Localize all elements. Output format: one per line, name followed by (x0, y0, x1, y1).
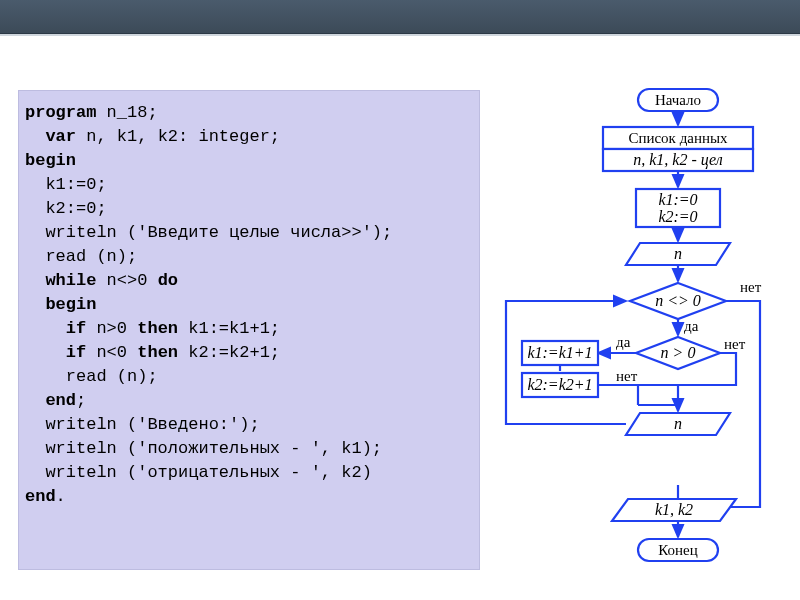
vars-label: n, k1, k2 - цел (633, 151, 723, 169)
kw-begin2: begin (25, 295, 96, 314)
kw-var: var (25, 127, 76, 146)
code-text: writeln ('Введено:'); (25, 415, 260, 434)
output-label: k1, k2 (655, 501, 693, 518)
code-text: writeln ('Введите целые числа>>'); (25, 223, 392, 242)
code-text: k1:=0; (25, 175, 107, 194)
code-block: program n_18; var n, k1, k2: integer; be… (18, 90, 480, 570)
code-text: k2:=0; (25, 199, 107, 218)
init1-label: k1:=0 (658, 191, 697, 208)
input2-label: n (674, 415, 682, 432)
input1-label: n (674, 245, 682, 262)
code-text: n>0 (86, 319, 137, 338)
code-text: read (n); (25, 247, 137, 266)
start-label: Начало (655, 92, 701, 108)
code-text: writeln ('положительных - ', k1); (25, 439, 382, 458)
code-text: read (n); (25, 367, 158, 386)
kw-then2: then (137, 343, 178, 362)
assign2-label: k2:=k2+1 (527, 376, 592, 393)
no-label-1: нет (740, 279, 762, 295)
code-text: k2:=k2+1; (178, 343, 280, 362)
slide-content: program n_18; var n, k1, k2: integer; be… (18, 90, 788, 592)
title-bar (0, 0, 800, 34)
init2-label: k2:=0 (658, 208, 697, 225)
yes-label-1: да (684, 318, 699, 334)
code-text: k1:=k1+1; (178, 319, 280, 338)
no-label-2b: нет (616, 368, 638, 384)
kw-end2: end (25, 487, 56, 506)
assign1-label: k1:=k1+1 (527, 344, 592, 361)
kw-while: while (25, 271, 96, 290)
flowchart: Начало Список данных n, k1, k2 - цел k1:… (488, 85, 800, 585)
kw-end: end (25, 391, 76, 410)
code-text: n<0 (86, 343, 137, 362)
end-label: Конец (658, 542, 697, 558)
code-text: n<>0 (96, 271, 157, 290)
kw-do: do (158, 271, 178, 290)
code-text: writeln ('отрицательных - ', k2) (25, 463, 372, 482)
kw-if: if (25, 319, 86, 338)
kw-then: then (137, 319, 178, 338)
code-text: n_18; (96, 103, 157, 122)
kw-program: program (25, 103, 96, 122)
divider (0, 34, 800, 36)
yes-label-2: да (616, 334, 631, 350)
cond2-label: n > 0 (661, 344, 696, 361)
kw-begin: begin (25, 151, 76, 170)
code-text: ; (76, 391, 86, 410)
datalist-label: Список данных (628, 130, 728, 146)
kw-if2: if (25, 343, 86, 362)
code-text: n, k1, k2: integer; (76, 127, 280, 146)
code-text: . (56, 487, 66, 506)
no-label-2a: нет (724, 336, 746, 352)
cond1-label: n <> 0 (655, 292, 701, 309)
